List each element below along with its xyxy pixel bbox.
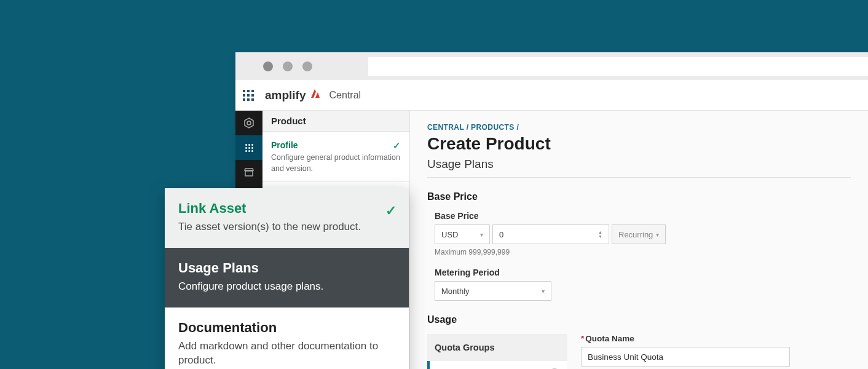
overlay-desc: Configure product usage plans. — [178, 280, 395, 294]
usage-body: Quota Groups Business Unit Quota − Quota… — [427, 334, 851, 369]
quota-name-label: Quota Name — [581, 334, 851, 343]
chevron-down-icon: ▾ — [542, 288, 545, 295]
app-header: amplify Central — [235, 80, 868, 111]
svg-point-1 — [247, 121, 251, 125]
quota-form: Quota Name Business Unit Quota — [581, 334, 851, 369]
max-helper-text: Maximum 999,999,999 — [435, 248, 851, 256]
steps-overlay-card: Link Asset Tie asset version(s) to the n… — [165, 188, 409, 369]
rail-item-marketplace[interactable] — [235, 160, 262, 184]
base-price-label: Base Price — [435, 211, 851, 221]
page-title: Create Product — [427, 134, 851, 154]
price-value: 0 — [499, 230, 503, 239]
traffic-light-max[interactable] — [302, 62, 312, 71]
quota-name-value: Business Unit Quota — [588, 352, 663, 362]
number-stepper[interactable]: ▲▼ — [598, 230, 602, 239]
quota-group-item[interactable]: Business Unit Quota − — [427, 361, 567, 369]
chevron-down-icon: ▾ — [480, 231, 483, 238]
traffic-light-close[interactable] — [263, 62, 273, 71]
url-bar[interactable] — [368, 57, 868, 76]
currency-select[interactable]: USD ▾ — [435, 224, 490, 244]
quota-groups: Quota Groups Business Unit Quota − — [427, 334, 567, 369]
traffic-lights — [263, 62, 312, 71]
page-subtitle: Usage Plans — [427, 157, 851, 178]
step-item-profile[interactable]: Profile Configure general product inform… — [262, 132, 409, 182]
breadcrumb[interactable]: CENTRAL / PRODUCTS / — [427, 123, 851, 132]
brand-name: amplify — [265, 89, 306, 102]
step-desc: Configure general product information an… — [271, 153, 401, 174]
check-icon: ✓ — [393, 140, 401, 151]
brand-section: Central — [329, 90, 361, 101]
overlay-step-usage-plans[interactable]: Usage Plans Configure product usage plan… — [165, 248, 409, 308]
section-usage: Usage — [427, 314, 851, 325]
overlay-title: Usage Plans — [178, 260, 395, 276]
metering-label: Metering Period — [435, 268, 851, 277]
quota-groups-header: Quota Groups — [427, 334, 567, 361]
overlay-desc: Add markdown and other documentation to … — [178, 339, 395, 368]
brand-logo-icon — [310, 88, 321, 102]
overlay-step-link-asset[interactable]: Link Asset Tie asset version(s) to the n… — [165, 188, 409, 248]
metering-value: Monthly — [441, 287, 470, 296]
billing-value: Recurring — [618, 230, 653, 239]
steps-header: Product — [262, 111, 409, 132]
section-base-price: Base Price — [427, 191, 851, 202]
overlay-desc: Tie asset version(s) to the new product. — [178, 220, 395, 234]
base-price-input[interactable]: 0 ▲▼ — [492, 224, 609, 244]
quota-name-input[interactable]: Business Unit Quota — [581, 347, 790, 367]
overlay-title: Link Asset — [178, 200, 395, 216]
check-icon: ✓ — [385, 203, 397, 219]
traffic-light-min[interactable] — [283, 62, 293, 71]
billing-select[interactable]: Recurring ▾ — [612, 224, 666, 244]
svg-marker-0 — [245, 118, 253, 128]
currency-value: USD — [441, 230, 458, 239]
rail-item-catalog[interactable] — [235, 111, 262, 135]
chevron-down-icon: ▾ — [656, 231, 659, 238]
main-panel: CENTRAL / PRODUCTS / Create Product Usag… — [410, 111, 868, 369]
brand[interactable]: amplify — [265, 88, 321, 102]
metering-select[interactable]: Monthly ▾ — [435, 281, 551, 301]
rail-item-grid[interactable] — [235, 135, 262, 160]
apps-grid-icon[interactable] — [243, 90, 254, 101]
overlay-step-documentation[interactable]: Documentation Add markdown and other doc… — [165, 308, 409, 369]
browser-chrome — [235, 52, 868, 80]
step-title: Profile — [271, 140, 401, 150]
base-price-row: USD ▾ 0 ▲▼ Recurring ▾ — [435, 224, 851, 244]
overlay-title: Documentation — [178, 320, 395, 336]
